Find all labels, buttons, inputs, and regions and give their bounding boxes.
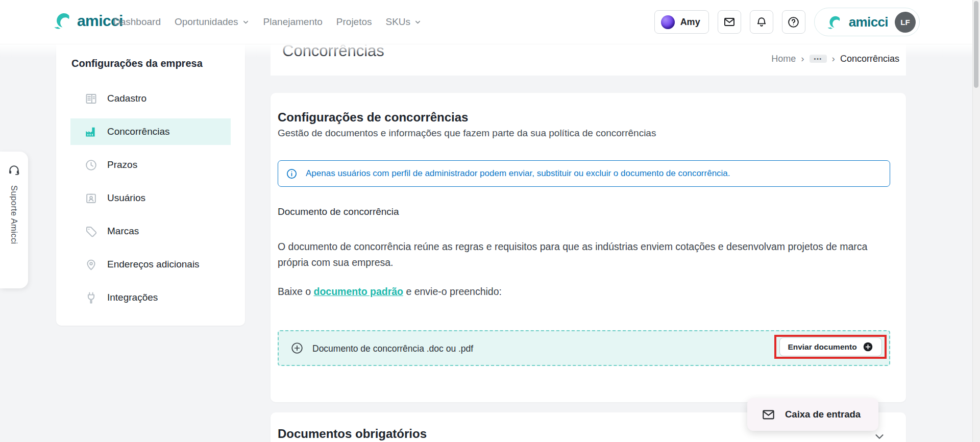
nav-skus[interactable]: SKUs [386,16,422,28]
sidebar-item-marcas[interactable]: Marcas [70,218,231,244]
sidebar-title: Configurações da empresa [71,58,203,69]
info-icon [286,168,298,180]
breadcrumb-ellipsis[interactable]: ••• [810,55,827,63]
inbox-button[interactable]: Caixa de entrada [747,398,878,431]
chevron-down-icon[interactable] [873,430,886,442]
map-pin-icon [84,258,98,272]
factory-icon [84,125,98,139]
avatar: LF [895,12,916,33]
card-heading: Configurações de concorrências [278,110,468,125]
headset-icon [7,163,21,177]
user-chip[interactable]: Amy [654,10,709,34]
sidebar-item-integracoes[interactable]: Integrações [70,284,231,311]
scrollbar-thumb[interactable] [974,1,978,88]
sidebar-item-enderecos[interactable]: Endereços adicionais [70,251,231,278]
messages-button[interactable] [718,10,741,34]
help-icon [787,16,800,29]
main-nav: Dashboard Oportunidades Planejamento Pro… [113,0,422,44]
company-settings-sidebar: Configurações da empresa Cadastro Concor… [56,44,245,326]
nav-oportunidades[interactable]: Oportunidades [175,16,250,28]
amicci-swoosh-icon [827,15,842,29]
sidebar-item-usuarios[interactable]: Usuários [70,185,231,211]
tag-icon [84,225,98,238]
inbox-button-label: Caixa de entrada [785,409,861,420]
scrollbar-track[interactable] [972,0,980,442]
alert-text: Apenas usuários com perfil de administra… [306,168,730,179]
breadcrumb-home[interactable]: Home [771,54,796,64]
clock-icon [84,158,98,172]
navbar-actions: Amy amicci LF [654,0,920,44]
nav-dashboard[interactable]: Dashboard [113,16,161,28]
card-subheading: Gestão de documentos e informações que f… [278,128,656,139]
send-document-button[interactable]: Enviar documento [779,337,882,356]
account-menu[interactable]: amicci LF [814,8,920,36]
document-description: O documento de concorrência reúne as reg… [278,239,885,271]
support-tab[interactable]: Suporte Amicci [0,152,28,288]
badge-icon [84,191,98,205]
brand-wordmark: amicci [849,15,888,29]
sidebar-item-prazos[interactable]: Prazos [70,152,231,178]
support-tab-label: Suporte Amicci [9,185,19,244]
top-navbar: amicci Dashboard Oportunidades Planejame… [0,0,980,44]
breadcrumb-separator: › [832,53,835,64]
admin-info-alert: Apenas usuários com perfil de administra… [278,160,890,187]
page-title: Concorrências [282,44,384,61]
breadcrumb-current: Concorrências [840,54,899,64]
mandatory-documents-title: Documentos obrigatórios [278,427,427,441]
plus-circle-icon [863,341,873,352]
download-instruction: Baixe o documento padrão e envie-o preen… [278,286,502,298]
annotation-highlight: Enviar documento [774,335,887,359]
nav-planejamento[interactable]: Planejamento [263,16,323,28]
page-header: Concorrências Home › ••• › Concorrências [271,44,906,76]
avatar [661,15,675,29]
ledger-icon [84,92,98,106]
notifications-button[interactable] [750,10,773,34]
standard-document-link[interactable]: documento padrão [313,286,403,297]
amicci-swoosh-icon [53,12,72,29]
document-dropzone[interactable]: Documento de concorrência .doc ou .pdf E… [278,330,890,366]
envelope-icon [723,16,736,28]
help-button[interactable] [782,10,805,34]
document-section-title: Documento de concorrência [278,206,399,217]
breadcrumb: Home › ••• › Concorrências [771,53,899,64]
chevron-down-icon [242,18,250,26]
plug-icon [84,291,98,305]
brand-logo[interactable]: amicci [53,12,123,29]
chevron-down-icon [414,18,422,26]
breadcrumb-separator: › [801,53,804,64]
plus-circle-icon [290,341,304,355]
nav-projetos[interactable]: Projetos [336,16,372,28]
sidebar-item-cadastro[interactable]: Cadastro [70,85,231,112]
concorrencias-settings-card: Configurações de concorrências Gestão de… [271,93,906,402]
bell-icon [755,16,768,28]
sidebar-item-concorrencias[interactable]: Concorrências [70,118,231,145]
envelope-icon [762,408,775,422]
dropzone-label: Documento de concorrência .doc ou .pdf [312,343,473,354]
